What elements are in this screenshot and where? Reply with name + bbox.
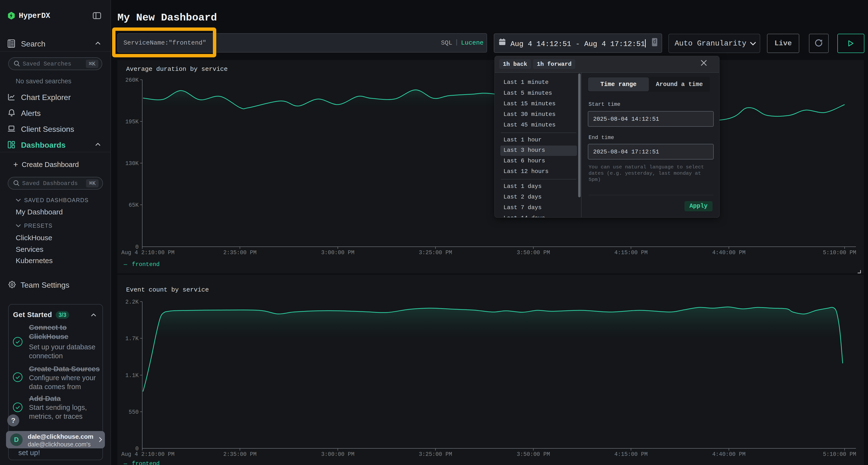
svg-text:3:00:00 PM: 3:00:00 PM bbox=[321, 250, 354, 256]
svg-text:130K: 130K bbox=[125, 161, 138, 167]
svg-text:1.1K: 1.1K bbox=[125, 372, 138, 379]
svg-text:195K: 195K bbox=[125, 119, 138, 125]
svg-text:260K: 260K bbox=[125, 77, 138, 84]
svg-text:3:00:00 PM: 3:00:00 PM bbox=[321, 451, 354, 458]
svg-text:3:50:00 PM: 3:50:00 PM bbox=[517, 250, 550, 256]
svg-text:frontend: frontend bbox=[132, 261, 160, 268]
svg-text:2:35:00 PM: 2:35:00 PM bbox=[223, 250, 256, 256]
svg-text:4:40:00 PM: 4:40:00 PM bbox=[712, 250, 745, 256]
svg-text:5:10:00 PM: 5:10:00 PM bbox=[823, 250, 856, 256]
svg-text:4:40:00 PM: 4:40:00 PM bbox=[712, 451, 745, 458]
svg-text:4:15:00 PM: 4:15:00 PM bbox=[614, 451, 648, 458]
svg-text:—: — bbox=[123, 261, 127, 268]
svg-text:1.7K: 1.7K bbox=[125, 336, 138, 342]
svg-text:2.2K: 2.2K bbox=[125, 299, 138, 305]
svg-text:frontend: frontend bbox=[132, 460, 160, 465]
svg-text:3:50:00 PM: 3:50:00 PM bbox=[517, 451, 550, 458]
svg-text:4:15:00 PM: 4:15:00 PM bbox=[614, 250, 648, 256]
svg-text:3:25:00 PM: 3:25:00 PM bbox=[419, 250, 452, 256]
svg-text:5:10:00 PM: 5:10:00 PM bbox=[823, 451, 856, 458]
svg-text:3:25:00 PM: 3:25:00 PM bbox=[419, 451, 452, 458]
svg-text:Aug 4 2:10:00 PM: Aug 4 2:10:00 PM bbox=[121, 451, 175, 458]
svg-text:65K: 65K bbox=[129, 202, 139, 208]
svg-text:Aug 4 2:10:00 PM: Aug 4 2:10:00 PM bbox=[121, 250, 175, 256]
svg-text:2:35:00 PM: 2:35:00 PM bbox=[223, 451, 256, 458]
svg-text:550: 550 bbox=[129, 409, 138, 416]
svg-text:—: — bbox=[123, 460, 127, 465]
